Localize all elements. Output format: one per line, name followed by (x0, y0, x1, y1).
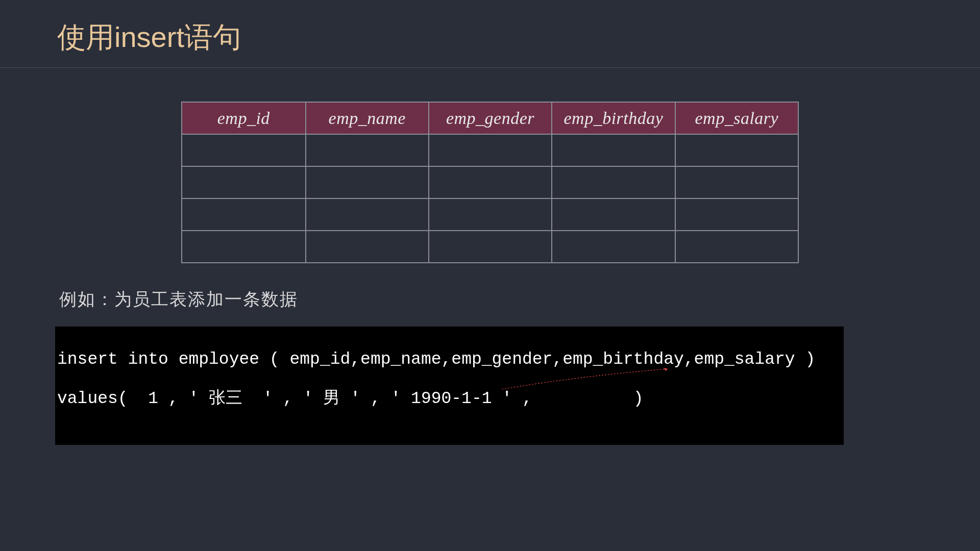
slide: 使用insert语句 emp_id emp_name emp_gender em… (0, 0, 980, 551)
code-block: insert into employee ( emp_id,emp_name,e… (55, 327, 844, 445)
code-line-2: values( 1 , ' 张三 ' , ' 男 ' , ' 1990-1-1 … (57, 390, 844, 407)
cell (306, 231, 429, 263)
cell (429, 198, 552, 231)
cell (675, 198, 798, 231)
cell (182, 198, 306, 231)
table-row (182, 134, 798, 166)
cell (552, 231, 675, 263)
cell (182, 166, 306, 198)
col-emp-name: emp_name (306, 102, 429, 134)
code-line-1: insert into employee ( emp_id,emp_name,e… (57, 351, 844, 368)
example-label: 例如：为员工表添加一条数据 (59, 288, 980, 311)
cell (552, 134, 675, 166)
col-emp-gender: emp_gender (429, 102, 552, 134)
col-emp-birthday: emp_birthday (552, 102, 675, 134)
table-row (182, 166, 798, 198)
slide-title: 使用insert语句 (57, 18, 980, 57)
cell (429, 231, 552, 263)
arrow-annotation-icon (499, 366, 678, 392)
cell (429, 166, 552, 198)
cell (182, 231, 306, 263)
cell (552, 166, 675, 198)
table-row (182, 198, 798, 231)
employee-table-wrap: emp_id emp_name emp_gender emp_birthday … (181, 102, 799, 263)
col-emp-id: emp_id (182, 102, 306, 134)
col-emp-salary: emp_salary (675, 102, 798, 134)
cell (552, 198, 675, 231)
title-bar: 使用insert语句 (0, 0, 980, 68)
table-header-row: emp_id emp_name emp_gender emp_birthday … (182, 102, 798, 134)
cell (675, 166, 798, 198)
cell (306, 134, 429, 166)
employee-table: emp_id emp_name emp_gender emp_birthday … (181, 102, 799, 263)
cell (306, 166, 429, 198)
cell (306, 198, 429, 231)
cell (182, 134, 306, 166)
cell (429, 134, 552, 166)
table-row (182, 231, 798, 263)
cell (675, 134, 798, 166)
cell (675, 231, 798, 263)
